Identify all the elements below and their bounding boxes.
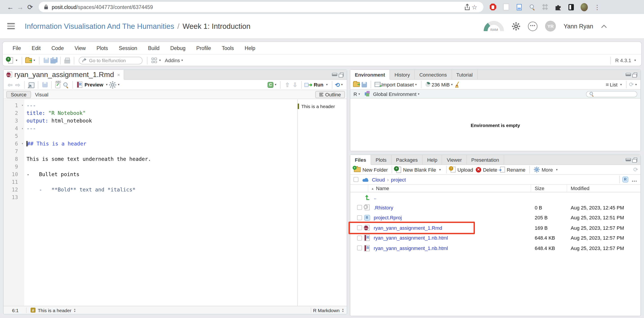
new-blank-file-button[interactable]: New Blank File▾: [396, 167, 442, 173]
file-row[interactable]: ryan_yann_assignment_1.nb.html648.4 KBAu…: [350, 233, 640, 243]
environment-search-input[interactable]: [586, 91, 637, 97]
breadcrumb-space-link[interactable]: Information Visualisation And The Humani…: [25, 22, 174, 30]
file-row[interactable]: Rmdryan_yann_assignment_1.Rmd169 BAug 25…: [350, 223, 640, 233]
back-icon[interactable]: ←: [6, 3, 15, 11]
environment-scope-selector[interactable]: Global Environment: [373, 91, 416, 97]
notebook-preview-icon[interactable]: [76, 81, 83, 88]
rename-button[interactable]: Rename: [500, 167, 526, 173]
open-file-icon[interactable]: [24, 57, 32, 64]
close-tab-icon[interactable]: ×: [117, 72, 120, 77]
menu-profile[interactable]: Profile: [196, 45, 211, 51]
path-more-button[interactable]: ...: [632, 177, 637, 182]
file-row[interactable]: ryan_yann_assignment_1.nb.html648.4 KBAu…: [350, 243, 640, 253]
column-header-modified[interactable]: Modified: [567, 185, 640, 192]
address-bar[interactable]: posit.cloud/spaces/404773/content/637445…: [39, 2, 484, 12]
files-tab-presentation[interactable]: Presentation: [467, 155, 504, 165]
save-all-icon[interactable]: [50, 57, 58, 64]
environment-tab-connections[interactable]: Connections: [415, 70, 452, 79]
column-header-name[interactable]: ▲Name: [368, 185, 531, 192]
reload-icon[interactable]: ⟳: [25, 3, 35, 11]
adblock-extension-icon[interactable]: [489, 3, 496, 11]
user-avatar[interactable]: YR: [545, 21, 556, 32]
maximize-pane-icon[interactable]: [634, 158, 637, 162]
browser-menu-icon[interactable]: ⋮: [594, 3, 601, 11]
goto-file-input[interactable]: Go to file/function: [79, 57, 142, 64]
load-workspace-icon[interactable]: [352, 81, 360, 88]
editor-tab[interactable]: Rmd ryan_yann_assignment_1.Rmd ×: [4, 70, 124, 80]
more-button[interactable]: More▾: [534, 167, 559, 173]
code-text-area[interactable]: ---title: "R Notebook"output: html_noteb…: [24, 100, 297, 306]
file-checkbox[interactable]: [357, 225, 362, 230]
dropbox-extension-icon[interactable]: [542, 3, 549, 11]
rerun-icon[interactable]: ⟲: [335, 81, 340, 88]
refresh-environment-icon[interactable]: ⟳: [629, 81, 634, 88]
menu-debug[interactable]: Debug: [170, 45, 186, 51]
extension-blank-icon[interactable]: [502, 3, 510, 11]
file-checkbox[interactable]: [357, 246, 362, 251]
file-link[interactable]: project.Rproj: [374, 215, 402, 221]
memory-usage-button[interactable]: 236 MiB: [432, 82, 450, 87]
more-options-icon[interactable]: •••: [528, 21, 538, 31]
find-replace-icon[interactable]: [62, 81, 70, 88]
menu-view[interactable]: View: [75, 45, 86, 51]
run-previous-chunks-icon[interactable]: ⇧: [284, 81, 291, 88]
output-options-gear-icon[interactable]: [109, 81, 116, 88]
menu-tools[interactable]: Tools: [222, 45, 234, 51]
files-tab-viewer[interactable]: Viewer: [442, 155, 467, 165]
file-link[interactable]: ryan_yann_assignment_1.nb.html: [374, 245, 448, 251]
run-icon[interactable]: ➜: [305, 82, 312, 88]
import-dataset-button[interactable]: Import Dataset: [381, 82, 414, 87]
files-tab-packages[interactable]: Packages: [392, 155, 423, 165]
minimize-pane-icon[interactable]: [626, 158, 631, 161]
menu-build[interactable]: Build: [148, 45, 160, 51]
environment-tab-history[interactable]: History: [390, 70, 415, 79]
bookmark-star-icon[interactable]: ☆: [471, 3, 478, 11]
source-mode-button[interactable]: Source: [6, 91, 31, 98]
visual-mode-button[interactable]: Visual: [31, 91, 52, 97]
menu-file[interactable]: File: [12, 45, 21, 51]
file-checkbox[interactable]: [357, 205, 362, 210]
share-icon[interactable]: [464, 3, 471, 11]
section-selector[interactable]: This is a header: [38, 307, 71, 313]
file-row[interactable]: ..: [350, 192, 640, 203]
file-row[interactable]: Rproject.Rproj205 BAug 25, 2023, 12:51 P…: [350, 213, 640, 223]
environment-tab-environment[interactable]: Environment: [350, 70, 390, 80]
new-file-icon[interactable]: [7, 57, 14, 64]
menu-code[interactable]: Code: [52, 45, 64, 51]
menu-plots[interactable]: Plots: [96, 45, 108, 51]
menu-edit[interactable]: Edit: [32, 45, 41, 51]
run-next-chunk-icon[interactable]: ⇩: [291, 81, 299, 88]
select-all-checkbox[interactable]: [354, 177, 358, 182]
extension-document-icon[interactable]: [516, 3, 522, 11]
run-button[interactable]: Run: [314, 82, 323, 87]
insert-chunk-icon[interactable]: C: [268, 82, 274, 88]
fold-down-icon[interactable]: ▾: [22, 102, 24, 109]
upload-button[interactable]: Upload: [450, 167, 473, 173]
file-link[interactable]: .Rhistory: [374, 205, 393, 210]
delete-button[interactable]: ✕Delete: [476, 167, 498, 172]
save-document-icon[interactable]: [41, 81, 48, 88]
spellcheck-icon[interactable]: ABC✓: [54, 81, 62, 88]
extensions-puzzle-icon[interactable]: [554, 3, 562, 11]
outline-toggle-button[interactable]: Outline: [315, 91, 345, 98]
language-selector[interactable]: R: [354, 91, 357, 97]
file-link[interactable]: ..: [374, 195, 376, 200]
preview-button[interactable]: Preview: [84, 82, 103, 87]
file-link[interactable]: ryan_yann_assignment_1.Rmd: [374, 225, 442, 231]
r-version-selector[interactable]: R 4.3.1▾: [608, 57, 637, 64]
refresh-files-icon[interactable]: ⟳: [633, 166, 638, 173]
file-link[interactable]: ryan_yann_assignment_1.nb.html: [374, 235, 448, 241]
clear-objects-broom-icon[interactable]: [454, 81, 460, 88]
breadcrumb-cloud-link[interactable]: Cloud: [372, 177, 385, 182]
print-icon[interactable]: [64, 57, 71, 64]
outline-item[interactable]: This is a header: [298, 103, 347, 110]
save-workspace-icon[interactable]: [360, 81, 368, 88]
code-editor[interactable]: 1▾234▴56▾78910111213 ---title: "R Notebo…: [4, 100, 347, 306]
menu-help[interactable]: Help: [245, 45, 255, 51]
browser-avatar[interactable]: [580, 3, 588, 11]
fold-up-icon[interactable]: ▴: [22, 125, 24, 132]
popout-icon[interactable]: [28, 81, 35, 88]
sidepanel-icon[interactable]: [568, 3, 575, 11]
hamburger-menu-icon[interactable]: [7, 23, 15, 29]
fold-down-icon[interactable]: ▾: [22, 140, 24, 148]
